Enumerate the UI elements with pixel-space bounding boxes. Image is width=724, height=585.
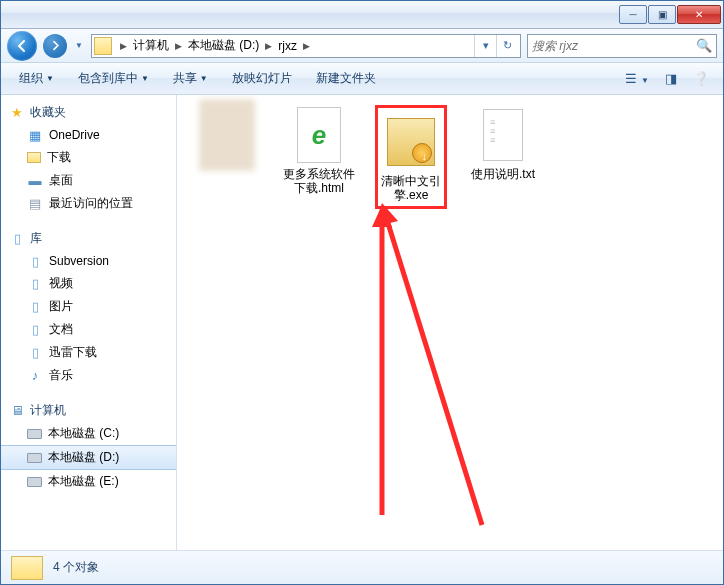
sidebar-item-subversion[interactable]: ▯Subversion: [1, 250, 176, 272]
image-thumbnail: [199, 99, 255, 171]
sidebar-item-label: Subversion: [49, 254, 109, 268]
picture-icon: ▯: [27, 299, 43, 315]
minimize-button[interactable]: ─: [619, 5, 647, 24]
computer-label: 计算机: [30, 402, 66, 419]
close-button[interactable]: ✕: [677, 5, 721, 24]
drive-icon: [27, 477, 42, 487]
sidebar-item-label: 本地磁盘 (D:): [48, 449, 119, 466]
document-icon: ▯: [27, 322, 43, 338]
preview-pane-button[interactable]: ◨: [659, 67, 683, 90]
address-dropdown[interactable]: ▾: [474, 35, 496, 57]
back-button[interactable]: [7, 31, 37, 61]
sidebar-item-desktop[interactable]: ▬桌面: [1, 169, 176, 192]
sidebar-item-downloads[interactable]: 下载: [1, 146, 176, 169]
sidebar-item-label: 图片: [49, 298, 73, 315]
forward-button[interactable]: [43, 34, 67, 58]
search-input[interactable]: [532, 39, 696, 53]
recent-icon: ▤: [27, 196, 43, 212]
crumb-separator[interactable]: ▶: [171, 41, 186, 51]
help-button[interactable]: ❔: [687, 67, 715, 90]
libraries-label: 库: [30, 230, 42, 247]
sidebar-item-drive-e[interactable]: 本地磁盘 (E:): [1, 470, 176, 493]
sidebar-item-thunder[interactable]: ▯迅雷下载: [1, 341, 176, 364]
cloud-icon: ▦: [27, 127, 43, 143]
nav-row: ▼ ▶ 计算机 ▶ 本地磁盘 (D:) ▶ rjxz ▶ ▾ ↻ 🔍: [1, 29, 723, 63]
drive-icon: [27, 453, 42, 463]
share-menu[interactable]: 共享▼: [163, 66, 218, 91]
file-item-txt[interactable]: 使用说明.txt: [467, 105, 539, 181]
crumb-separator[interactable]: ▶: [261, 41, 276, 51]
star-icon: ★: [9, 105, 25, 121]
titlebar: ─ ▣ ✕: [1, 1, 723, 29]
slideshow-button[interactable]: 放映幻灯片: [222, 66, 302, 91]
include-library-menu[interactable]: 包含到库中▼: [68, 66, 159, 91]
crumb-separator[interactable]: ▶: [116, 41, 131, 51]
file-item-html[interactable]: 更多系统软件下载.html: [283, 105, 355, 195]
organize-menu[interactable]: 组织▼: [9, 66, 64, 91]
folder-icon: [11, 556, 43, 580]
installer-icon: [387, 118, 435, 166]
favorites-label: 收藏夹: [30, 104, 66, 121]
sidebar-item-drive-c[interactable]: 本地磁盘 (C:): [1, 422, 176, 445]
view-options-button[interactable]: ☰ ▼: [619, 67, 655, 90]
sidebar-item-label: 音乐: [49, 367, 73, 384]
desktop-icon: ▬: [27, 173, 43, 189]
sidebar-item-documents[interactable]: ▯文档: [1, 318, 176, 341]
sidebar-item-pictures[interactable]: ▯图片: [1, 295, 176, 318]
sidebar-item-recent[interactable]: ▤最近访问的位置: [1, 192, 176, 215]
libraries-header[interactable]: ▯库: [1, 227, 176, 250]
search-icon[interactable]: 🔍: [696, 38, 712, 53]
file-label: 清晰中文引擎.exe: [380, 174, 442, 202]
folder-icon: [94, 37, 112, 55]
folder-icon: [27, 152, 41, 163]
thunder-icon: ▯: [27, 345, 43, 361]
crumb-separator[interactable]: ▶: [299, 41, 314, 51]
favorites-header[interactable]: ★收藏夹: [1, 101, 176, 124]
file-pane[interactable]: 更多系统软件下载.html 清晰中文引擎.exe 使用说明.txt: [177, 95, 723, 550]
crumb-drive[interactable]: 本地磁盘 (D:): [186, 37, 261, 54]
chevron-down-icon: ▼: [46, 74, 54, 83]
txt-icon: [483, 109, 523, 161]
status-bar: 4 个对象: [1, 550, 723, 584]
maximize-button[interactable]: ▣: [648, 5, 676, 24]
file-item-exe[interactable]: 清晰中文引擎.exe: [375, 105, 447, 209]
address-bar[interactable]: ▶ 计算机 ▶ 本地磁盘 (D:) ▶ rjxz ▶ ▾ ↻: [91, 34, 521, 58]
sidebar-item-label: 本地磁盘 (C:): [48, 425, 119, 442]
toolbar: 组织▼ 包含到库中▼ 共享▼ 放映幻灯片 新建文件夹 ☰ ▼ ◨ ❔: [1, 63, 723, 95]
svg-line-3: [387, 220, 482, 525]
sidebar-item-label: 下载: [47, 149, 71, 166]
drive-icon: [27, 429, 42, 439]
arrow-right-icon: [50, 40, 61, 51]
computer-icon: 🖥: [9, 403, 25, 419]
library-icon: ▯: [9, 231, 25, 247]
chevron-down-icon: ▼: [141, 74, 149, 83]
new-folder-button[interactable]: 新建文件夹: [306, 66, 386, 91]
file-item-image[interactable]: [191, 105, 263, 167]
arrow-left-icon: [15, 39, 29, 53]
annotation-arrow: [372, 205, 452, 525]
sidebar-item-label: 本地磁盘 (E:): [48, 473, 119, 490]
organize-label: 组织: [19, 70, 43, 87]
html-icon: [297, 107, 341, 163]
refresh-button[interactable]: ↻: [496, 35, 518, 57]
sidebar-item-label: OneDrive: [49, 128, 100, 142]
search-box[interactable]: 🔍: [527, 34, 717, 58]
share-label: 共享: [173, 70, 197, 87]
sidebar-item-drive-d[interactable]: 本地磁盘 (D:): [1, 445, 176, 470]
sidebar-item-videos[interactable]: ▯视频: [1, 272, 176, 295]
sidebar-item-label: 文档: [49, 321, 73, 338]
computer-header[interactable]: 🖥计算机: [1, 399, 176, 422]
nav-history-dropdown[interactable]: ▼: [73, 32, 85, 60]
chevron-down-icon: ▼: [200, 74, 208, 83]
explorer-window: ─ ▣ ✕ ▼ ▶ 计算机 ▶ 本地磁盘 (D:) ▶ rjxz ▶ ▾ ↻: [0, 0, 724, 585]
sidebar-item-label: 视频: [49, 275, 73, 292]
sidebar-item-music[interactable]: ♪音乐: [1, 364, 176, 387]
crumb-computer[interactable]: 计算机: [131, 37, 171, 54]
music-icon: ♪: [27, 368, 43, 384]
annotation-arrow-diag: [372, 195, 492, 535]
video-icon: ▯: [27, 276, 43, 292]
crumb-folder[interactable]: rjxz: [276, 39, 299, 53]
status-text: 4 个对象: [53, 559, 99, 576]
sidebar-item-label: 最近访问的位置: [49, 195, 133, 212]
sidebar-item-onedrive[interactable]: ▦OneDrive: [1, 124, 176, 146]
